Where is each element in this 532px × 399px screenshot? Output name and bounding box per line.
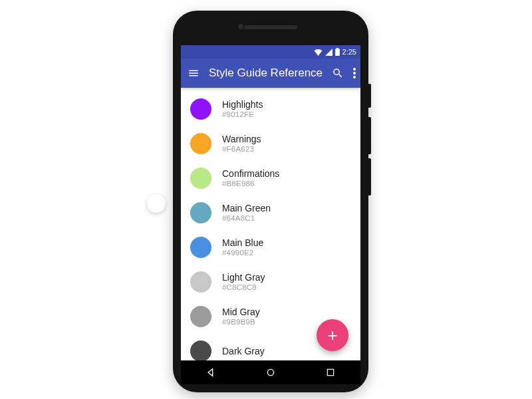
- fab-add-button[interactable]: +: [317, 319, 348, 351]
- color-swatch: [190, 340, 211, 360]
- list-item[interactable]: Confirmations#B8E986: [181, 161, 360, 196]
- list-item-labels: Main Blue#4990E2: [222, 237, 263, 258]
- color-name: Confirmations: [222, 168, 279, 180]
- back-icon[interactable]: [205, 366, 217, 378]
- color-swatch: [190, 168, 211, 189]
- color-name: Mid Gray: [222, 307, 260, 318]
- color-hex: #B8E986: [222, 180, 279, 189]
- color-name: Main Green: [222, 203, 271, 214]
- home-icon[interactable]: [265, 366, 277, 378]
- color-swatch: [190, 202, 211, 223]
- color-name: Warnings: [222, 134, 261, 145]
- power-button: [368, 84, 371, 108]
- color-name: Dark Gray: [222, 346, 265, 357]
- signal-icon: [325, 49, 332, 56]
- color-hex: #9B9B9B: [222, 318, 260, 327]
- wifi-icon: [314, 49, 323, 56]
- android-nav-bar: [181, 360, 360, 384]
- color-swatch: [190, 98, 211, 120]
- list-item[interactable]: Warnings#F6A623: [181, 126, 360, 161]
- battery-icon: [335, 48, 340, 56]
- list-item-labels: Warnings#F6A623: [222, 134, 261, 154]
- color-swatch: [190, 271, 211, 293]
- color-hex: #F6A623: [222, 145, 261, 154]
- menu-icon[interactable]: [188, 66, 200, 80]
- list-item-labels: Confirmations#B8E986: [222, 168, 279, 189]
- list-item[interactable]: Main Green#64A8C1: [181, 196, 360, 230]
- search-icon[interactable]: [332, 66, 344, 80]
- screen: 2:25 Style Guide Reference Highlights#90…: [181, 45, 360, 384]
- color-hex: #64A8C1: [222, 214, 271, 223]
- status-time: 2:25: [342, 48, 356, 56]
- status-bar: 2:25: [181, 45, 360, 59]
- list-item-labels: Main Green#64A8C1: [222, 203, 271, 223]
- list-item[interactable]: Highlights#9012FE: [181, 92, 360, 126]
- svg-point-3: [267, 369, 273, 375]
- app-bar-title: Style Guide Reference: [209, 66, 323, 80]
- color-name: Main Blue: [222, 237, 263, 249]
- plus-icon: +: [327, 325, 337, 346]
- color-swatch: [190, 133, 211, 154]
- svg-rect-4: [327, 369, 333, 375]
- svg-point-1: [353, 72, 356, 74]
- overflow-icon[interactable]: [353, 66, 356, 80]
- list-item-labels: Highlights#9012FE: [222, 99, 263, 120]
- list-item-labels: Light Gray#C8C8C8: [222, 272, 265, 293]
- floating-circle: [147, 194, 166, 213]
- list-item-labels: Mid Gray#9B9B9B: [222, 307, 260, 327]
- color-hex: #9012FE: [222, 110, 263, 120]
- volume-up-button: [368, 117, 371, 154]
- phone-frame: 2:25 Style Guide Reference Highlights#90…: [173, 11, 368, 392]
- app-bar: Style Guide Reference: [181, 59, 360, 88]
- color-swatch: [190, 237, 211, 258]
- color-hex: #4990E2: [222, 249, 263, 258]
- svg-point-2: [353, 76, 356, 78]
- recent-apps-icon[interactable]: [325, 366, 336, 378]
- volume-down-button: [368, 158, 371, 196]
- color-hex: #C8C8C8: [222, 283, 265, 293]
- color-name: Highlights: [222, 99, 263, 110]
- color-name: Light Gray: [222, 272, 265, 283]
- list-item-labels: Dark Gray: [222, 346, 265, 357]
- list-item[interactable]: Main Blue#4990E2: [181, 230, 360, 265]
- svg-point-0: [353, 68, 356, 70]
- color-swatch: [190, 306, 211, 327]
- list-item[interactable]: Light Gray#C8C8C8: [181, 265, 360, 299]
